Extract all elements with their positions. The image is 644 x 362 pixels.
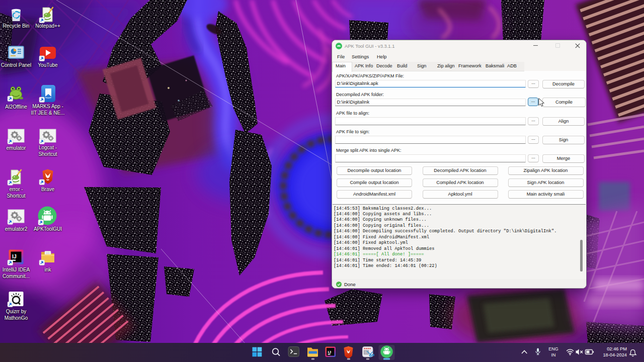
- svg-text:ENG: ENG: [548, 346, 558, 351]
- svg-text:02:46 PM: 02:46 PM: [607, 346, 627, 351]
- svg-text:IN: IN: [551, 352, 556, 357]
- svg-text:IJ: IJ: [328, 350, 332, 354]
- svg-text:IJ: IJ: [12, 253, 17, 259]
- svg-text:18-04-2024: 18-04-2024: [603, 352, 627, 357]
